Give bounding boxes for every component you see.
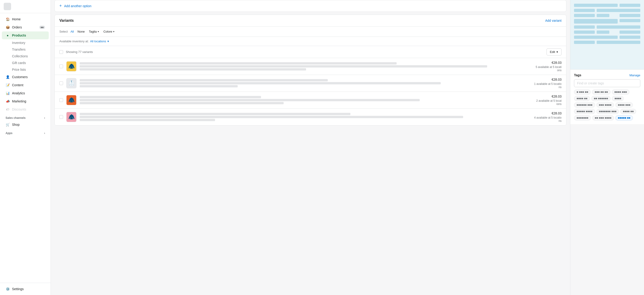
- expand-icon[interactable]: ›: [44, 116, 45, 120]
- variant-stock: 5 available at 5 locations: [536, 65, 562, 72]
- sidebar-item-home[interactable]: 🏠 Home: [2, 15, 49, 23]
- variant-detail-line: [80, 82, 441, 84]
- tag-chip[interactable]: ■■■■■■ ■■■: [574, 102, 595, 108]
- tag-chip[interactable]: ■■■■: [612, 96, 624, 101]
- sidebar-item-customers[interactable]: 👤 Customers: [2, 73, 49, 81]
- add-variant-button[interactable]: Add variant: [545, 19, 562, 23]
- row-checkbox[interactable]: [59, 115, 63, 119]
- blurred-block: [574, 31, 595, 34]
- variant-detail-line2: [80, 68, 306, 71]
- tag-chip[interactable]: ■■■ ■■■■: [596, 102, 614, 108]
- apps-section: Apps ›: [0, 129, 50, 136]
- all-locations-link[interactable]: All locations: [90, 40, 106, 43]
- blurred-block: [597, 41, 640, 44]
- sidebar-item-products[interactable]: ● Products: [2, 32, 49, 39]
- variant-stock: 4 available at 5 locations: [534, 116, 562, 123]
- blurred-block: [597, 26, 640, 29]
- chevron-down-icon: ▾: [98, 30, 99, 33]
- sidebar-item-label: Home: [12, 17, 20, 21]
- blurred-block: [620, 31, 640, 34]
- edit-button[interactable]: Edit ▾: [546, 48, 562, 56]
- tag-chip[interactable]: ■■■ ■■ ■■: [592, 90, 610, 95]
- tag-chip[interactable]: ■■■■■■■: [574, 115, 591, 120]
- sidebar-item-analytics[interactable]: 📊 Analytics: [2, 89, 49, 97]
- sidebar-item-label: Customers: [12, 75, 28, 79]
- sidebar-item-discounts[interactable]: 🏷 Discounts: [2, 105, 49, 113]
- sidebar-item-gift-cards[interactable]: Gift cards: [2, 60, 49, 66]
- tag-chip[interactable]: ■■■■ ■■■: [612, 90, 630, 95]
- variant-text: [80, 79, 531, 87]
- sidebar-item-label: Settings: [12, 287, 24, 291]
- sidebar-item-price-lists[interactable]: Price lists: [2, 66, 49, 73]
- blurred-block: [574, 14, 595, 17]
- sidebar-item-transfers[interactable]: Transfers: [2, 46, 49, 53]
- table-row: 🧥 €28.03 4 available at 5 locations: [55, 109, 566, 125]
- edit-label: Edit: [550, 50, 555, 54]
- row-checkbox[interactable]: [59, 81, 63, 85]
- tag-chip[interactable]: ■■ ■■■ ■■■■: [592, 115, 614, 120]
- sidebar-item-label: Orders: [12, 26, 22, 29]
- variant-name-line: [80, 79, 328, 81]
- sidebar-item-inventory[interactable]: Inventory: [2, 40, 49, 46]
- variant-info: [80, 113, 531, 121]
- tag-chip[interactable]: ■■■■ ■■■: [615, 102, 633, 108]
- tag-chip[interactable]: ■■■■ ■■: [620, 109, 636, 114]
- sidebar-item-orders[interactable]: 📦 Orders ■■: [2, 23, 49, 31]
- variant-price-info: €28.03 2 available at 5 locations: [536, 95, 562, 106]
- variants-section: Variants Add variant Select All None Tag…: [54, 15, 566, 126]
- expand-icon[interactable]: ›: [44, 132, 45, 135]
- variant-name-line: [80, 113, 350, 115]
- dropdown-arrow-icon[interactable]: ▾: [108, 40, 109, 43]
- add-option-label: Add another option: [64, 4, 92, 8]
- sidebar-sub-label: Gift cards: [12, 61, 26, 65]
- variants-table-header: Showing 77 variants Edit ▾: [55, 46, 566, 58]
- tags-input[interactable]: Find or create tags: [574, 79, 640, 87]
- blurred-block: [620, 14, 640, 17]
- tag-chip[interactable]: ■■ ■■■■■■: [591, 96, 610, 101]
- colore-label: Colore: [104, 30, 112, 33]
- tag-chip[interactable]: ■■■■■■■ ■■■: [596, 109, 619, 114]
- variant-stock: 1 available at 5 locations: [534, 82, 562, 89]
- row-checkbox[interactable]: [59, 98, 63, 102]
- blurred-block: [574, 41, 595, 44]
- select-all-checkbox[interactable]: [59, 50, 63, 54]
- sidebar-item-content[interactable]: 📝 Content: [2, 81, 49, 89]
- apps-label: Apps: [6, 132, 12, 135]
- manage-link[interactable]: Manage: [630, 74, 640, 77]
- tag-chip[interactable]: ■■■■■ ■■■■: [574, 109, 595, 114]
- variant-price: €28.03: [534, 78, 562, 81]
- filter-all-button[interactable]: All: [70, 29, 74, 34]
- tag-chip[interactable]: ■■■■ ■■: [574, 96, 590, 101]
- product-image-area: [570, 0, 644, 69]
- variant-detail-line: [80, 65, 487, 68]
- chevron-down-icon: ▾: [556, 50, 558, 54]
- sidebar-item-marketing[interactable]: 📣 Marketing: [2, 97, 49, 105]
- sidebar-item-label: Discounts: [12, 108, 26, 111]
- sidebar-item-collections[interactable]: Collections: [2, 53, 49, 59]
- sidebar-item-label: Shop: [12, 123, 20, 126]
- variant-text: [80, 62, 532, 71]
- variant-price-info: €28.03 4 available at 5 locations: [534, 111, 562, 123]
- sidebar-item-settings[interactable]: ⚙️ Settings: [2, 285, 49, 293]
- table-row: 🥼 €28.03 1 available at 5 locations: [55, 75, 566, 92]
- variant-price: €28.03: [536, 95, 562, 98]
- sidebar-item-label: Marketing: [12, 99, 26, 103]
- filter-colore-button[interactable]: Colore ▾: [102, 29, 116, 34]
- filter-taglia-button[interactable]: Taglia ▾: [88, 29, 100, 34]
- variant-thumbnail: 🥼: [66, 78, 76, 88]
- analytics-icon: 📊: [6, 91, 10, 95]
- tag-chip[interactable]: ■ ■■■ ■■: [574, 90, 591, 95]
- sidebar-sub-label: Transfers: [12, 48, 26, 51]
- add-option-bar[interactable]: + Add another option: [54, 0, 566, 12]
- variant-info: [80, 62, 532, 71]
- blurred-block: [574, 36, 618, 39]
- tag-chip-blue[interactable]: ■■■■■ ■■: [615, 115, 633, 120]
- blurred-block: [597, 31, 609, 34]
- sidebar-item-shop[interactable]: 🛒 Shop: [2, 121, 49, 129]
- filter-none-button[interactable]: None: [77, 29, 86, 34]
- store-avatar: [4, 3, 11, 10]
- main-content: + Add another option Variants Add varian…: [51, 0, 644, 295]
- sidebar-item-label: Content: [12, 83, 23, 87]
- row-checkbox[interactable]: [59, 65, 63, 68]
- showing-text: Showing 77 variants: [66, 50, 544, 54]
